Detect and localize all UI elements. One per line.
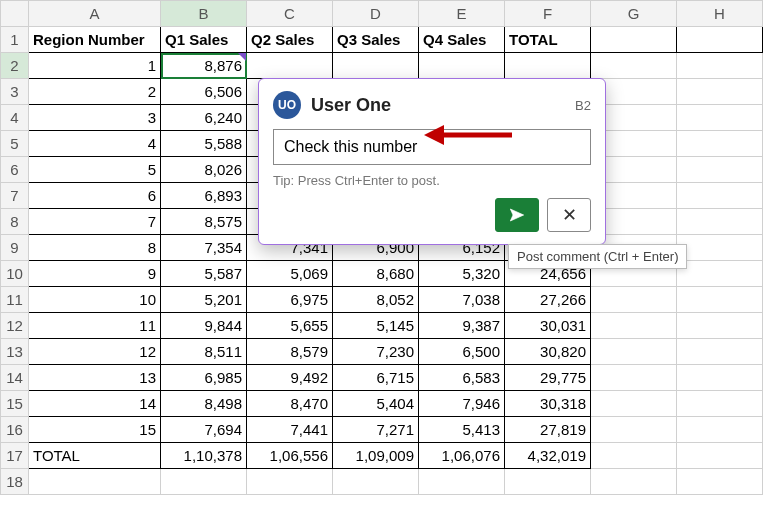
cell-E1[interactable]: Q4 Sales	[419, 27, 505, 53]
cell-A2[interactable]: 1	[29, 53, 161, 79]
table-header-row: 1 Region Number Q1 Sales Q2 Sales Q3 Sal…	[1, 27, 763, 53]
col-header-D[interactable]: D	[333, 1, 419, 27]
table-row: 11105,2016,9758,0527,03827,266	[1, 287, 763, 313]
table-totals-row: 17 TOTAL 1,10,378 1,06,556 1,09,009 1,06…	[1, 443, 763, 469]
cell-A1[interactable]: Region Number	[29, 27, 161, 53]
table-row: 13128,5118,5797,2306,50030,820	[1, 339, 763, 365]
tooltip: Post comment (Ctrl + Enter)	[508, 244, 687, 269]
col-header-E[interactable]: E	[419, 1, 505, 27]
cell-H1[interactable]	[677, 27, 763, 53]
col-header-A[interactable]: A	[29, 1, 161, 27]
comment-indicator	[238, 53, 246, 61]
col-header-C[interactable]: C	[247, 1, 333, 27]
send-icon	[507, 207, 527, 223]
table-row: 12119,8445,6555,1459,38730,031	[1, 313, 763, 339]
cell-D2[interactable]	[333, 53, 419, 79]
comment-card: UO User One B2 Tip: Press Ctrl+Enter to …	[258, 78, 606, 245]
row-header-2[interactable]: 2	[1, 53, 29, 79]
cell-F1[interactable]: TOTAL	[505, 27, 591, 53]
cell-value: 8,876	[204, 57, 242, 74]
cell-E2[interactable]	[419, 53, 505, 79]
table-row: 18	[1, 469, 763, 495]
cell-D1[interactable]: Q3 Sales	[333, 27, 419, 53]
cell-A17[interactable]: TOTAL	[29, 443, 161, 469]
cell-C1[interactable]: Q2 Sales	[247, 27, 333, 53]
cell-H2[interactable]	[677, 53, 763, 79]
cell-G1[interactable]	[591, 27, 677, 53]
comment-author: User One	[311, 95, 565, 116]
comment-tip: Tip: Press Ctrl+Enter to post.	[273, 173, 591, 188]
post-comment-button[interactable]	[495, 198, 539, 232]
col-header-B[interactable]: B	[161, 1, 247, 27]
cancel-comment-button[interactable]: ✕	[547, 198, 591, 232]
row-header-1[interactable]: 1	[1, 27, 29, 53]
table-row: 2 1 8,876	[1, 53, 763, 79]
comment-input[interactable]	[273, 129, 591, 165]
col-header-F[interactable]: F	[505, 1, 591, 27]
avatar: UO	[273, 91, 301, 119]
cell-B1[interactable]: Q1 Sales	[161, 27, 247, 53]
table-row: 16157,6947,4417,2715,41327,819	[1, 417, 763, 443]
table-row: 15148,4988,4705,4047,94630,318	[1, 391, 763, 417]
cell-G2[interactable]	[591, 53, 677, 79]
col-header-G[interactable]: G	[591, 1, 677, 27]
select-all-corner[interactable]	[1, 1, 29, 27]
col-header-H[interactable]: H	[677, 1, 763, 27]
table-row: 14136,9859,4926,7156,58329,775	[1, 365, 763, 391]
cell-C2[interactable]	[247, 53, 333, 79]
cell-F2[interactable]	[505, 53, 591, 79]
column-header-row[interactable]: A B C D E F G H	[1, 1, 763, 27]
close-icon: ✕	[562, 204, 577, 226]
comment-cell-ref: B2	[575, 98, 591, 113]
cell-B2[interactable]: 8,876	[161, 53, 247, 79]
